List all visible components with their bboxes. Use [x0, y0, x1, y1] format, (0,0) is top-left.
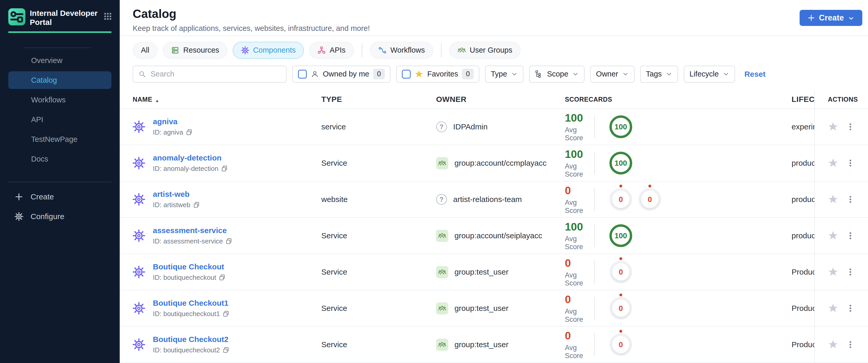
favorites-label: Favorites	[427, 70, 458, 78]
reset-filters-link[interactable]: Reset	[744, 70, 766, 79]
owner-label: IDPAdmin	[453, 122, 488, 131]
scorecard-circles: 100	[610, 115, 632, 138]
sidebar-configure-button[interactable]: Configure	[8, 207, 112, 226]
owner-label: artist-relations-team	[453, 195, 522, 204]
copy-icon[interactable]	[225, 238, 232, 245]
favorite-star-icon[interactable]	[828, 303, 838, 313]
column-header-owner: OWNER	[436, 90, 565, 109]
avg-score-label: Avg Score	[565, 162, 594, 178]
tab-all[interactable]: All	[133, 42, 158, 59]
favorite-star-icon[interactable]	[828, 231, 838, 241]
chevron-down-icon	[723, 71, 730, 78]
brand-title: Internal Developer Portal	[30, 8, 103, 27]
sidebar-item-catalog[interactable]: Catalog	[8, 71, 112, 89]
type-dropdown[interactable]: Type	[485, 66, 523, 83]
tab-workflows[interactable]: Workflows	[370, 42, 433, 59]
kebab-menu-icon[interactable]	[846, 268, 855, 276]
score-divider	[594, 297, 595, 320]
entity-id: ID: boutiquecheckout	[153, 274, 216, 281]
kebab-menu-icon[interactable]	[846, 122, 855, 131]
group-owner-icon	[436, 339, 448, 351]
tab-apis[interactable]: APIs	[309, 42, 354, 59]
copy-icon[interactable]	[221, 165, 228, 172]
tags-dropdown[interactable]: Tags	[640, 66, 678, 83]
entity-name-link[interactable]: artist-web	[153, 190, 200, 199]
create-button[interactable]: Create	[800, 10, 863, 26]
favorite-star-icon[interactable]	[828, 122, 838, 132]
lifecycle-cell: Production	[792, 327, 814, 362]
tab-resources[interactable]: Resources	[163, 42, 227, 59]
copy-icon[interactable]	[223, 310, 229, 317]
favorite-star-icon[interactable]	[828, 194, 838, 205]
sidebar-item-workflows[interactable]: Workflows	[8, 91, 112, 109]
scorecards-cell: 100 Avg Score 100	[565, 145, 792, 181]
name-cell: Boutique Checkout ID: boutiquecheckout	[120, 254, 321, 290]
component-gear-icon	[133, 230, 145, 242]
apps-grid-icon[interactable]	[103, 12, 113, 21]
owned-by-me-checkbox[interactable]	[298, 70, 307, 79]
tab-user-groups[interactable]: User Groups	[449, 42, 521, 59]
score-divider	[594, 152, 595, 175]
sidebar-item-overview[interactable]: Overview	[8, 52, 112, 69]
table-row: Boutique Checkout1 ID: boutiquecheckout1…	[120, 291, 868, 327]
scope-dropdown[interactable]: Scope	[529, 66, 585, 83]
actions-cell	[814, 109, 868, 145]
sidebar-item-docs[interactable]: Docs	[8, 150, 112, 168]
owner-cell: group:test_user	[436, 254, 565, 290]
lifecycle-cell: production	[792, 181, 814, 217]
avg-score-value: 100	[565, 148, 594, 160]
sidebar-item-testnewpage[interactable]: TestNewPage	[8, 130, 112, 148]
entity-name-link[interactable]: anomaly-detection	[153, 153, 228, 162]
kebab-menu-icon[interactable]	[846, 195, 855, 204]
lifecycle-cell: Production	[792, 254, 814, 290]
favorites-checkbox[interactable]	[402, 70, 411, 79]
components-gear-icon	[241, 46, 249, 55]
kebab-menu-icon[interactable]	[846, 231, 855, 240]
table-row: anomaly-detection ID: anomaly-detection …	[120, 145, 868, 181]
sidebar-item-api[interactable]: API	[8, 111, 112, 128]
copy-icon[interactable]	[219, 274, 226, 281]
scorecards-cell: 0 Avg Score 00	[565, 181, 792, 217]
app-window: Internal Developer Portal Overview Catal…	[0, 0, 868, 363]
scorecards-cell: 0 Avg Score 0	[565, 254, 792, 290]
copy-icon[interactable]	[223, 347, 229, 354]
avg-score-label: Avg Score	[565, 344, 594, 360]
sidebar-create-button[interactable]: Create	[8, 187, 112, 207]
favorite-star-icon[interactable]	[828, 339, 838, 350]
entity-name-link[interactable]: Boutique Checkout	[153, 263, 226, 271]
avg-score-value: 100	[565, 112, 594, 124]
column-header-name[interactable]: NAME	[120, 90, 321, 109]
scorecard-circles: 0	[610, 261, 632, 283]
favorite-star-icon[interactable]	[828, 158, 838, 168]
entity-name-link[interactable]: Boutique Checkout1	[153, 299, 229, 307]
component-gear-icon	[133, 121, 145, 133]
owner-label: group:test_user	[455, 268, 508, 276]
entity-name-link[interactable]: agniva	[153, 117, 193, 126]
table-row: artist-web ID: artistweb website ? artis…	[120, 181, 868, 218]
owned-by-me-filter[interactable]: Owned by me 0	[292, 66, 391, 83]
catalog-kind-tabs: All Resources Components APIs Workflows	[133, 42, 868, 59]
entity-name-link[interactable]: assessment-service	[153, 226, 232, 235]
avg-score-value: 0	[565, 184, 594, 197]
copy-icon[interactable]	[193, 202, 200, 209]
score-divider	[594, 224, 595, 247]
name-cell: anomaly-detection ID: anomaly-detection	[120, 145, 321, 181]
owner-dropdown[interactable]: Owner	[590, 66, 634, 83]
main-content: Catalog Keep track of applications, serv…	[120, 0, 868, 363]
kebab-menu-icon[interactable]	[846, 304, 855, 313]
brand: Internal Developer Portal	[0, 0, 120, 27]
owner-cell: ? IDPAdmin	[436, 109, 565, 145]
tab-components[interactable]: Components	[233, 42, 304, 59]
page-header: Catalog Keep track of applications, serv…	[120, 0, 868, 36]
copy-icon[interactable]	[186, 129, 193, 136]
column-header-actions: ACTIONS	[814, 90, 868, 109]
kebab-menu-icon[interactable]	[846, 340, 855, 349]
lifecycle-dropdown[interactable]: Lifecycle	[684, 66, 735, 83]
search-input[interactable]	[150, 69, 281, 79]
favorites-filter[interactable]: Favorites 0	[396, 66, 479, 83]
kebab-menu-icon[interactable]	[846, 159, 855, 168]
sidebar-footer: Create Configure	[0, 182, 120, 226]
favorite-star-icon[interactable]	[828, 267, 838, 277]
entity-name-link[interactable]: Boutique Checkout2	[153, 335, 229, 344]
unknown-owner-icon: ?	[436, 121, 447, 132]
